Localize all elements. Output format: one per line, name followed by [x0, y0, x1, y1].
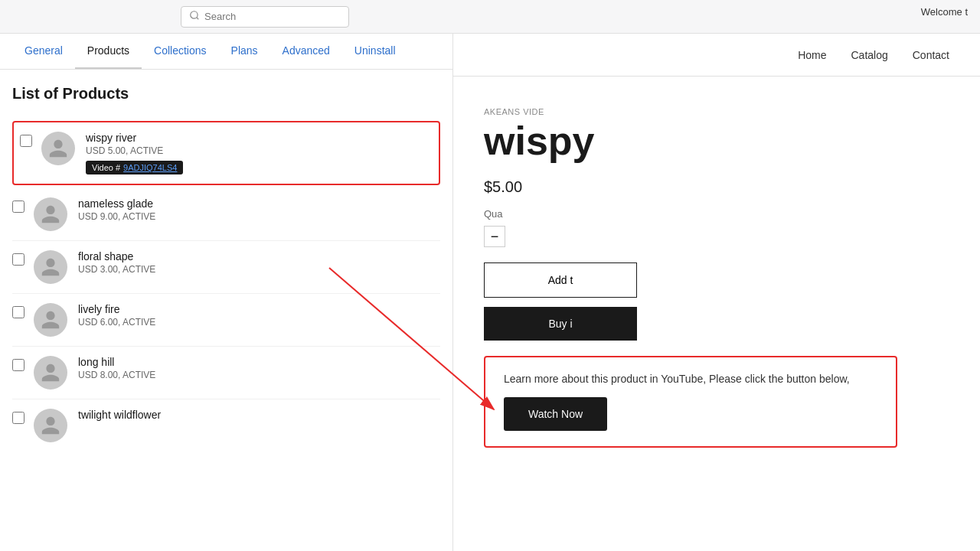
product-meta-3: USD 6.00, ACTIVE — [78, 317, 440, 328]
product-avatar-2 — [34, 250, 67, 284]
product-avatar-3 — [34, 303, 67, 337]
product-item-long-hill[interactable]: long hill USD 8.00, ACTIVE — [12, 347, 440, 399]
product-item-lively-fire[interactable]: lively fire USD 6.00, ACTIVE — [12, 294, 440, 347]
product-avatar-1 — [34, 197, 67, 231]
tabs-container: General Products Collections Plans Advan… — [0, 34, 452, 70]
product-item-nameless-glade[interactable]: nameless glade USD 9.00, ACTIVE — [12, 188, 440, 241]
search-input[interactable] — [204, 11, 335, 22]
video-badge-prefix: Video # — [92, 163, 120, 172]
main-content: General Products Collections Plans Advan… — [0, 34, 980, 551]
product-title-large: wispy — [484, 119, 949, 163]
product-name-0: wispy river — [86, 132, 433, 144]
product-avatar-5 — [34, 409, 67, 442]
brand-label: AKEANS VIDE — [484, 107, 949, 116]
product-item-wispy-river[interactable]: wispy river USD 5.00, ACTIVE Video # 9AD… — [12, 121, 440, 185]
left-panel: General Products Collections Plans Advan… — [0, 34, 453, 551]
tab-plans[interactable]: Plans — [219, 34, 270, 69]
product-info-2: floral shape USD 3.00, ACTIVE — [78, 250, 440, 275]
nav-home[interactable]: Home — [798, 49, 826, 61]
product-checkbox-1[interactable] — [12, 201, 24, 213]
video-badge-0: Video # 9ADJIQ74LS4 — [86, 161, 183, 174]
video-link-0[interactable]: 9ADJIQ74LS4 — [123, 163, 177, 172]
search-icon — [189, 10, 200, 24]
watch-now-button[interactable]: Watch Now — [504, 397, 607, 431]
qty-minus-btn[interactable]: − — [484, 226, 505, 247]
product-list-area: List of Products wispy river USD 5.00, A… — [0, 70, 452, 551]
product-info-4: long hill USD 8.00, ACTIVE — [78, 356, 440, 380]
quantity-controls: − — [484, 226, 949, 247]
product-checkbox-3[interactable] — [12, 306, 24, 318]
tab-collections[interactable]: Collections — [142, 34, 218, 69]
product-avatar-0 — [41, 132, 75, 165]
store-nav: Home Catalog Contact — [453, 34, 980, 77]
product-info-3: lively fire USD 6.00, ACTIVE — [78, 303, 440, 328]
promo-text: Learn more about this product in YouTube… — [504, 373, 877, 385]
nav-catalog[interactable]: Catalog — [851, 49, 887, 61]
welcome-text: Welcome t — [921, 6, 968, 18]
list-title: List of Products — [12, 85, 440, 103]
product-item-twilight-wildflower[interactable]: twilight wildflower — [12, 399, 440, 452]
quantity-label: Qua — [484, 208, 949, 220]
product-meta-2: USD 3.00, ACTIVE — [78, 264, 440, 275]
product-name-1: nameless glade — [78, 197, 440, 210]
product-info-0: wispy river USD 5.00, ACTIVE Video # 9AD… — [86, 132, 433, 174]
product-meta-0: USD 5.00, ACTIVE — [86, 145, 433, 156]
product-detail: AKEANS VIDE wispy $5.00 Qua − Add t Buy … — [453, 77, 980, 551]
tab-general[interactable]: General — [12, 34, 75, 69]
product-info-5: twilight wildflower — [78, 409, 440, 422]
tab-advanced[interactable]: Advanced — [270, 34, 342, 69]
product-checkbox-4[interactable] — [12, 359, 24, 371]
top-bar: Welcome t — [0, 0, 980, 34]
nav-contact[interactable]: Contact — [913, 49, 949, 61]
product-meta-1: USD 9.00, ACTIVE — [78, 211, 440, 222]
product-meta-4: USD 8.00, ACTIVE — [78, 370, 440, 380]
tab-products[interactable]: Products — [75, 34, 142, 69]
svg-line-1 — [197, 17, 199, 19]
product-info-1: nameless glade USD 9.00, ACTIVE — [78, 197, 440, 222]
product-price: $5.00 — [484, 178, 949, 196]
product-checkbox-5[interactable] — [12, 412, 24, 424]
product-item-floral-shape[interactable]: floral shape USD 3.00, ACTIVE — [12, 241, 440, 294]
product-name-2: floral shape — [78, 250, 440, 262]
product-name-4: long hill — [78, 356, 440, 368]
product-name-3: lively fire — [78, 303, 440, 315]
right-panel: Home Catalog Contact AKEANS VIDE wispy $… — [453, 34, 980, 551]
search-box[interactable] — [181, 6, 349, 28]
tab-uninstall[interactable]: Uninstall — [342, 34, 408, 69]
product-checkbox-0[interactable] — [20, 135, 32, 147]
svg-point-0 — [191, 11, 198, 18]
youtube-promo-box: Learn more about this product in YouTube… — [484, 356, 897, 448]
add-to-cart-button[interactable]: Add t — [484, 262, 637, 298]
buy-now-button[interactable]: Buy i — [484, 307, 637, 341]
product-avatar-4 — [34, 356, 67, 390]
product-name-5: twilight wildflower — [78, 409, 440, 421]
product-checkbox-2[interactable] — [12, 253, 24, 266]
